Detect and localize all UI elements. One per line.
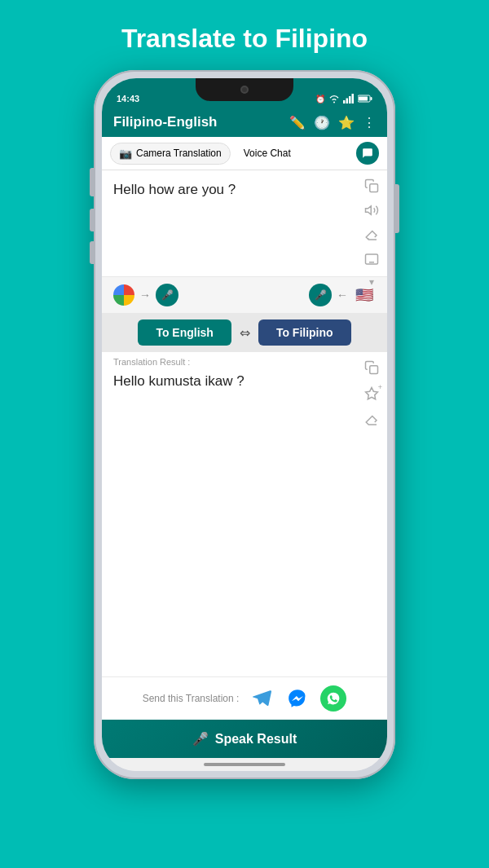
- send-row: Send this Translation :: [102, 676, 387, 720]
- chevron-down-icon[interactable]: ▾: [369, 276, 374, 288]
- tab-bar: 📷 Camera Translation Voice Chat: [102, 137, 387, 170]
- svg-marker-18: [366, 388, 378, 399]
- copy-result-icon[interactable]: [364, 360, 379, 378]
- status-time: 14:43: [117, 94, 139, 104]
- svg-rect-17: [370, 366, 378, 374]
- svg-rect-5: [359, 97, 368, 101]
- svg-rect-2: [349, 96, 351, 104]
- chat-bubble-icon[interactable]: [356, 142, 379, 165]
- svg-rect-6: [371, 97, 372, 100]
- phone-screen: 14:43 ⏰: [102, 78, 387, 771]
- result-label: Translation Result :: [113, 357, 376, 367]
- phone-shell: 14:43 ⏰: [94, 70, 395, 779]
- input-actions: ▾: [364, 178, 379, 288]
- input-area[interactable]: Hello how are you ?: [102, 170, 387, 276]
- speaker-icon[interactable]: [364, 203, 379, 221]
- whatsapp-icon[interactable]: [320, 685, 346, 712]
- tab-voice-chat[interactable]: Voice Chat: [236, 143, 299, 163]
- app-title: Filipino-English: [113, 114, 217, 130]
- keyboard-icon[interactable]: [364, 252, 379, 270]
- copy-icon[interactable]: [364, 178, 379, 196]
- svg-rect-3: [352, 94, 355, 104]
- tab-camera-translation[interactable]: 📷 Camera Translation: [110, 143, 231, 165]
- history-icon[interactable]: 🕐: [314, 115, 330, 130]
- arrow-left-icon: ←: [337, 289, 348, 302]
- battery-icon: [358, 95, 372, 103]
- more-icon[interactable]: ⋮: [363, 115, 376, 130]
- result-actions: +: [364, 360, 379, 430]
- add-favorite-icon[interactable]: +: [364, 386, 379, 404]
- language-toggle: To English ⇔ To Filipino: [102, 313, 387, 352]
- home-bar: [204, 763, 285, 766]
- signal-icon: [343, 94, 355, 104]
- edit-icon[interactable]: ✏️: [289, 115, 306, 130]
- telegram-icon[interactable]: [249, 685, 275, 712]
- input-text: Hello how are you ?: [113, 182, 236, 197]
- to-english-button[interactable]: To English: [138, 319, 231, 346]
- svg-marker-8: [366, 206, 372, 215]
- page-title: Translate to Filipino: [121, 23, 368, 54]
- result-text: Hello kumusta ikaw ?: [113, 372, 376, 391]
- tab-voice-label: Voice Chat: [244, 148, 291, 159]
- send-label: Send this Translation :: [143, 693, 240, 704]
- mic-left: → 🎤: [113, 284, 178, 306]
- alarm-icon: ⏰: [315, 95, 325, 104]
- notch: [196, 78, 293, 101]
- result-section: Translation Result : Hello kumusta ikaw …: [102, 352, 387, 676]
- header-icons: ✏️ 🕐 ⭐ ⋮: [289, 115, 376, 130]
- home-indicator: [102, 758, 387, 771]
- app-header: Filipino-English ✏️ 🕐 ⭐ ⋮: [102, 108, 387, 137]
- eraser-icon[interactable]: [364, 227, 379, 245]
- svg-rect-1: [346, 99, 349, 104]
- microphone-icon: 🎤: [192, 731, 209, 747]
- star-icon[interactable]: ⭐: [338, 115, 355, 130]
- google-icon: [113, 284, 134, 306]
- to-filipino-button[interactable]: To Filipino: [258, 319, 351, 346]
- eraser-result-icon[interactable]: [364, 412, 379, 430]
- arrow-right-icon: →: [139, 289, 151, 302]
- mic-row: → 🎤 🎤 ← 🇺🇸: [102, 276, 387, 313]
- speak-result-button[interactable]: 🎤 Speak Result: [102, 720, 387, 758]
- svg-rect-0: [343, 100, 346, 104]
- tab-camera-label: Camera Translation: [136, 148, 222, 159]
- volume-up-button[interactable]: [90, 209, 94, 231]
- front-camera: [240, 86, 249, 94]
- mic-button-right[interactable]: 🎤: [309, 284, 332, 306]
- messenger-icon[interactable]: [284, 685, 311, 712]
- volume-down-button[interactable]: [90, 241, 94, 264]
- svg-rect-7: [370, 184, 378, 192]
- camera-icon: 📷: [119, 148, 132, 160]
- mic-button-left[interactable]: 🎤: [156, 284, 178, 306]
- wifi-icon: [328, 94, 340, 104]
- speak-result-label: Speak Result: [215, 732, 297, 747]
- swap-icon[interactable]: ⇔: [240, 325, 250, 341]
- status-icons: ⏰: [315, 94, 372, 104]
